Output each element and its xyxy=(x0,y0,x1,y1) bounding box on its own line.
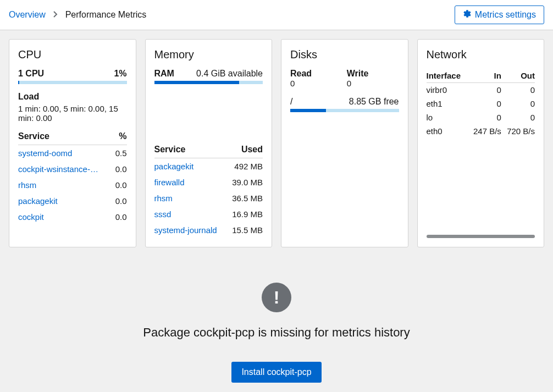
net-iface: lo xyxy=(427,111,468,124)
net-in: 0 xyxy=(468,111,501,124)
cpu-load-text: 1 min: 0.00, 5 min: 0.00, 15 min: 0.00 xyxy=(18,104,127,123)
net-iface: virbr0 xyxy=(427,83,468,97)
cpu-pct-header: % xyxy=(113,128,126,145)
table-row: packagekit492 MB xyxy=(154,158,263,175)
cpu-percent-label: 1% xyxy=(114,69,126,79)
service-used: 492 MB xyxy=(227,158,263,175)
net-out: 720 B/s xyxy=(501,124,535,138)
service-pct: 0.0 xyxy=(113,209,126,225)
table-row: cockpit0.0 xyxy=(18,209,127,225)
net-out: 0 xyxy=(501,111,535,124)
network-in-header: In xyxy=(468,69,501,83)
network-title: Network xyxy=(427,48,535,61)
service-pct: 0.0 xyxy=(113,177,126,193)
service-link[interactable]: systemd-journald xyxy=(154,225,228,235)
memory-service-table: Service Used packagekit492 MBfirewalld39… xyxy=(154,141,263,238)
table-row: cockpit-wsinstance-htt...0.0 xyxy=(18,161,127,177)
service-link[interactable]: rhsm xyxy=(154,194,228,203)
cpu-service-table: Service % systemd-oomd0.5cockpit-wsinsta… xyxy=(18,128,127,225)
network-out-header: Out xyxy=(501,69,535,83)
memory-progress xyxy=(154,81,263,84)
metrics-settings-button[interactable]: Metrics settings xyxy=(455,5,544,24)
table-row: rhsm36.5 MB xyxy=(154,190,263,206)
net-iface: eth1 xyxy=(427,97,468,111)
disk-read-label: Read xyxy=(290,69,342,79)
service-link[interactable]: packagekit xyxy=(154,162,228,171)
service-used: 36.5 MB xyxy=(227,190,263,206)
disk-progress xyxy=(290,109,399,112)
header-bar: Overview Performance Metrics Metrics set… xyxy=(0,0,553,30)
memory-service-header: Service xyxy=(154,141,228,158)
scrollbar[interactable] xyxy=(427,235,535,238)
exclamation-icon: ! xyxy=(262,283,291,312)
cpu-count-label: 1 CPU xyxy=(18,69,44,79)
install-cockpit-pcp-button[interactable]: Install cockpit-pcp xyxy=(231,362,321,383)
memory-card: Memory RAM 0.4 GiB available Service Use… xyxy=(145,39,273,247)
net-iface: eth0 xyxy=(427,124,468,138)
metrics-settings-label: Metrics settings xyxy=(475,10,536,20)
table-row: virbr000 xyxy=(427,83,535,97)
table-row: systemd-journald15.5 MB xyxy=(154,222,263,238)
chevron-right-icon xyxy=(53,11,58,19)
memory-used-header: Used xyxy=(227,141,263,158)
disk-read-value: 0 xyxy=(290,79,342,88)
cpu-service-header: Service xyxy=(18,128,113,145)
breadcrumb: Overview Performance Metrics xyxy=(9,10,146,20)
disk-mount-label: / xyxy=(290,97,292,107)
breadcrumb-current: Performance Metrics xyxy=(65,10,147,20)
service-used: 39.0 MB xyxy=(227,174,263,190)
disks-title: Disks xyxy=(290,48,399,61)
net-in: 0 xyxy=(468,97,501,111)
service-used: 16.9 MB xyxy=(227,206,263,222)
table-row: eth0247 B/s720 B/s xyxy=(427,124,535,138)
service-link[interactable]: firewalld xyxy=(154,178,228,187)
service-link[interactable]: sssd xyxy=(154,209,228,219)
table-row: lo00 xyxy=(427,111,535,124)
gear-icon xyxy=(463,9,472,20)
empty-state-title: Package cockpit-pcp is missing for metri… xyxy=(20,325,533,340)
service-link[interactable]: systemd-oomd xyxy=(18,148,101,158)
disk-write-label: Write xyxy=(347,69,399,79)
empty-state: ! Package cockpit-pcp is missing for met… xyxy=(9,261,544,392)
network-table: Interface In Out virbr000eth100lo00eth02… xyxy=(427,69,535,138)
service-used: 15.5 MB xyxy=(227,222,263,238)
table-row: eth100 xyxy=(427,97,535,111)
net-out: 0 xyxy=(501,97,535,111)
disk-write-value: 0 xyxy=(347,79,399,88)
service-pct: 0.5 xyxy=(113,145,126,162)
disk-free-label: 8.85 GB free xyxy=(349,97,399,107)
net-in: 247 B/s xyxy=(468,124,501,138)
table-row: sssd16.9 MB xyxy=(154,206,263,222)
memory-ram-label: RAM xyxy=(154,69,174,79)
network-card: Network Interface In Out virbr000eth100l… xyxy=(417,39,545,247)
service-link[interactable]: cockpit-wsinstance-htt... xyxy=(18,164,101,174)
service-link[interactable]: cockpit xyxy=(18,212,101,222)
cpu-card: CPU 1 CPU 1% Load 1 min: 0.00, 5 min: 0.… xyxy=(9,39,136,247)
memory-available-label: 0.4 GiB available xyxy=(196,69,263,79)
service-pct: 0.0 xyxy=(113,193,126,209)
table-row: packagekit0.0 xyxy=(18,193,127,209)
disks-card: Disks Read 0 Write 0 / 8.85 GB free xyxy=(281,39,408,247)
net-in: 0 xyxy=(468,83,501,97)
cpu-progress xyxy=(18,81,127,84)
cpu-load-label: Load xyxy=(18,92,127,102)
net-out: 0 xyxy=(501,83,535,97)
service-link[interactable]: packagekit xyxy=(18,196,101,206)
network-iface-header: Interface xyxy=(427,69,468,83)
table-row: firewalld39.0 MB xyxy=(154,174,263,190)
breadcrumb-overview-link[interactable]: Overview xyxy=(9,10,46,20)
service-pct: 0.0 xyxy=(113,161,126,177)
table-row: systemd-oomd0.5 xyxy=(18,145,127,162)
service-link[interactable]: rhsm xyxy=(18,180,101,190)
memory-title: Memory xyxy=(154,48,263,61)
cpu-title: CPU xyxy=(18,48,127,61)
table-row: rhsm0.0 xyxy=(18,177,127,193)
